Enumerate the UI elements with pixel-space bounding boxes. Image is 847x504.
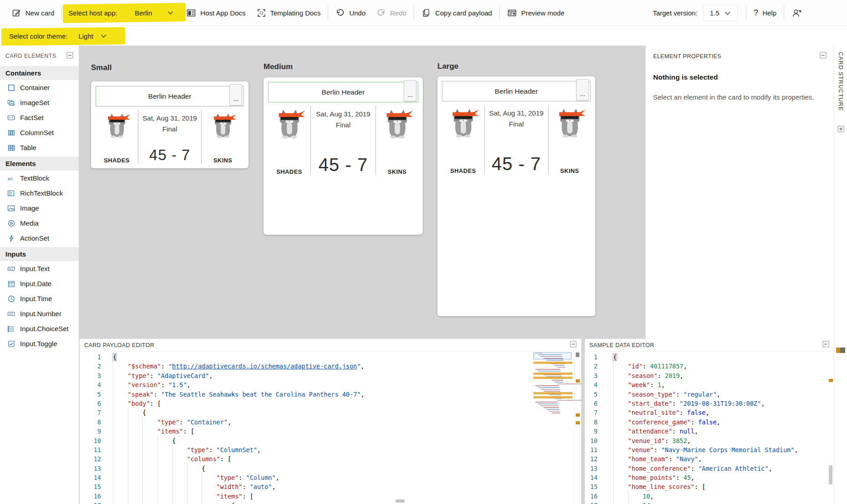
sidebar-item-columnset[interactable]: ColumnSet: [0, 125, 79, 140]
code-line[interactable]: 5"speak": "The Seattle Seahawks beat the…: [80, 390, 581, 399]
sidebar-item-container[interactable]: Container: [0, 80, 79, 95]
help-button[interactable]: ? Help: [748, 0, 782, 26]
new-card-button[interactable]: New card: [6, 0, 60, 26]
card-overflow-button[interactable]: ...: [576, 79, 589, 101]
adaptive-card-preview-small[interactable]: Berlin Header...SHADESSat, Aug 31, 2019F…: [91, 81, 249, 168]
templating-docs-button[interactable]: Templating Docs: [251, 0, 326, 26]
sidebar-item-input-number[interactable]: 123Input.Number: [0, 306, 79, 321]
minimap-viewport[interactable]: [533, 353, 572, 359]
team-logo-cat-icon[interactable]: [210, 112, 236, 138]
team-logo-cat-icon[interactable]: [448, 107, 479, 138]
code-line[interactable]: 6"start_date": "2019-08-31T19:30:00Z",: [585, 399, 834, 408]
code-line[interactable]: 12"columns": [: [80, 454, 581, 464]
code-line[interactable]: 15"width": "auto",: [80, 482, 581, 491]
code-line[interactable]: 4"version": "1.5",: [80, 380, 581, 389]
code-line[interactable]: 1{: [80, 353, 581, 362]
code-line[interactable]: 9"items": [: [80, 427, 581, 436]
code-line[interactable]: 13"home_conference": "American Athletic"…: [585, 464, 834, 473]
code-line[interactable]: 13{: [80, 464, 581, 473]
preview-mode-button[interactable]: Preview mode: [502, 0, 570, 26]
code-line[interactable]: 2"id": 401117857,: [585, 362, 834, 371]
sidebar-item-input-toggle[interactable]: Input.Toggle: [0, 336, 79, 351]
code-line[interactable]: 2"$schema": "http://adaptivecards.io/sch…: [80, 362, 581, 371]
target-version-dropdown[interactable]: 1.5: [703, 5, 738, 21]
card-column-right[interactable]: SKINS: [548, 105, 591, 174]
card-column-left[interactable]: SHADES: [442, 105, 484, 174]
code-line[interactable]: 14"home_points": 45,: [585, 473, 834, 482]
sidebar-item-richtextblock[interactable]: AbcdefRichTextBlock: [0, 186, 79, 201]
sidebar-item-textblock[interactable]: aATextBlock: [0, 171, 79, 186]
sidebar-item-input-time[interactable]: Input.Time: [0, 291, 79, 306]
copy-card-payload-button[interactable]: Copy card payload: [416, 0, 497, 26]
sign-in-button[interactable]: [786, 0, 808, 26]
sidebar-item-input-date[interactable]: Input.Date: [0, 276, 79, 291]
card-column-center[interactable]: Sat, Aug 31, 2019Final45 - 7: [484, 105, 548, 174]
host-app-docs-button[interactable]: Host App Docs: [181, 0, 251, 26]
undo-button[interactable]: Undo: [330, 0, 371, 26]
adaptive-card-preview-medium[interactable]: Berlin Header...SHADESSat, Aug 31, 2019F…: [264, 77, 423, 235]
code-line[interactable]: 9"attendance": null,: [585, 427, 834, 436]
code-line[interactable]: 10{: [80, 436, 581, 445]
card-column-right[interactable]: SKINS: [202, 110, 244, 164]
sidebar-section-elements[interactable]: Elements: [0, 156, 79, 171]
sidebar-item-media[interactable]: Media: [0, 216, 79, 231]
sidebar-item-input-text[interactable]: AbcInput.Text: [0, 261, 79, 276]
team-logo-cat-icon[interactable]: [104, 112, 130, 138]
sidebar-section-inputs[interactable]: Inputs: [0, 247, 79, 261]
team-logo-cat-icon[interactable]: [274, 108, 305, 139]
sidebar-item-table[interactable]: Table: [0, 140, 79, 155]
code-line[interactable]: 8"type": "Container",: [80, 418, 581, 427]
sample-editor-code[interactable]: 1{2"id": 401117857,3"season": 2019,4"wee…: [585, 351, 834, 504]
card-column-left[interactable]: SHADES: [96, 110, 138, 164]
sidebar-item-image[interactable]: Image: [0, 201, 79, 216]
card-overflow-button[interactable]: ...: [229, 84, 242, 106]
color-theme-value[interactable]: Light: [78, 32, 93, 40]
code-line[interactable]: 7{: [80, 408, 581, 417]
payload-editor-code[interactable]: 1{2"$schema": "http://adaptivecards.io/s…: [80, 351, 581, 504]
code-line[interactable]: 12"home_team": "Navy",: [585, 454, 834, 464]
code-line[interactable]: 14"type": "Column",: [80, 473, 581, 482]
payload-minimap[interactable]: [533, 353, 573, 434]
expand-panel-icon[interactable]: [837, 126, 844, 134]
sidebar-item-imageset[interactable]: ImageSet: [0, 95, 79, 110]
code-line[interactable]: 1{: [585, 353, 834, 362]
code-line[interactable]: 1714,: [585, 501, 834, 504]
host-app-dropdown[interactable]: Select host app: Berlin: [64, 0, 181, 26]
code-line[interactable]: 11"venue": "Navy-Marine Corps Memorial S…: [585, 445, 834, 454]
code-line[interactable]: 6"body": [: [80, 399, 581, 408]
code-line[interactable]: 3"type": "AdaptiveCard",: [80, 371, 581, 380]
card-header[interactable]: Berlin Header...: [442, 81, 591, 101]
sidebar-item-actionset[interactable]: ActionSet: [0, 231, 79, 246]
card-header[interactable]: Berlin Header...: [96, 86, 244, 106]
card-column-right[interactable]: SKINS: [376, 106, 418, 175]
code-line[interactable]: 4"week": 1,: [585, 380, 834, 389]
code-line[interactable]: 3"season": 2019,: [585, 371, 834, 380]
collapse-panel-icon[interactable]: [570, 341, 577, 349]
code-line[interactable]: 5"season_type": "regular",: [585, 390, 834, 399]
sample-scrollbar[interactable]: [828, 352, 833, 504]
code-line[interactable]: 17{: [80, 501, 581, 504]
code-line[interactable]: 11"type": "ColumnSet",: [80, 445, 581, 454]
code-line[interactable]: 10"venue_id": 3852,: [585, 436, 834, 445]
collapse-panel-icon[interactable]: [66, 52, 73, 60]
code-line[interactable]: 1610,: [585, 492, 834, 501]
code-line[interactable]: 16"items": [: [80, 492, 581, 501]
collapse-panel-icon[interactable]: [820, 52, 827, 60]
team-logo-cat-icon[interactable]: [554, 107, 585, 138]
card-column-left[interactable]: SHADES: [268, 106, 310, 175]
payload-scrollbar[interactable]: [574, 352, 580, 504]
payload-hscrollbar[interactable]: [396, 499, 405, 503]
card-column-center[interactable]: Sat, Aug 31, 2019Final45 - 7: [310, 106, 376, 175]
sidebar-item-input-choiceset[interactable]: Input.ChoiceSet: [0, 321, 79, 336]
adaptive-card-preview-large[interactable]: Berlin Header...SHADESSat, Aug 31, 2019F…: [437, 76, 595, 316]
collapse-panel-icon[interactable]: [822, 341, 829, 349]
card-header[interactable]: Berlin Header...: [268, 82, 418, 102]
redo-button[interactable]: Redo: [371, 0, 412, 26]
code-line[interactable]: 8"conference_game": false,: [585, 418, 834, 427]
team-logo-cat-icon[interactable]: [382, 108, 413, 139]
code-line[interactable]: 7"neutral_site": false,: [585, 408, 834, 417]
sidebar-section-containers[interactable]: Containers: [0, 66, 79, 80]
code-line[interactable]: 15"home_line_scores": [: [585, 482, 834, 491]
card-column-center[interactable]: Sat, Aug 31, 2019Final45 - 7: [138, 110, 202, 164]
sidebar-item-factset[interactable]: FactSet: [0, 110, 79, 125]
